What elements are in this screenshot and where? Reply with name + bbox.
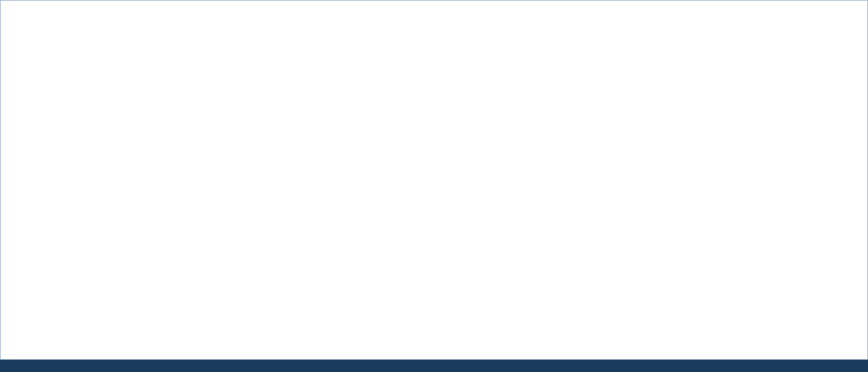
hourly-forecast-panel <box>0 0 868 360</box>
day-header <box>1 1 867 16</box>
temperature-chart <box>1 130 867 211</box>
footer-bar <box>0 360 868 372</box>
temperature-lines <box>1 130 867 211</box>
